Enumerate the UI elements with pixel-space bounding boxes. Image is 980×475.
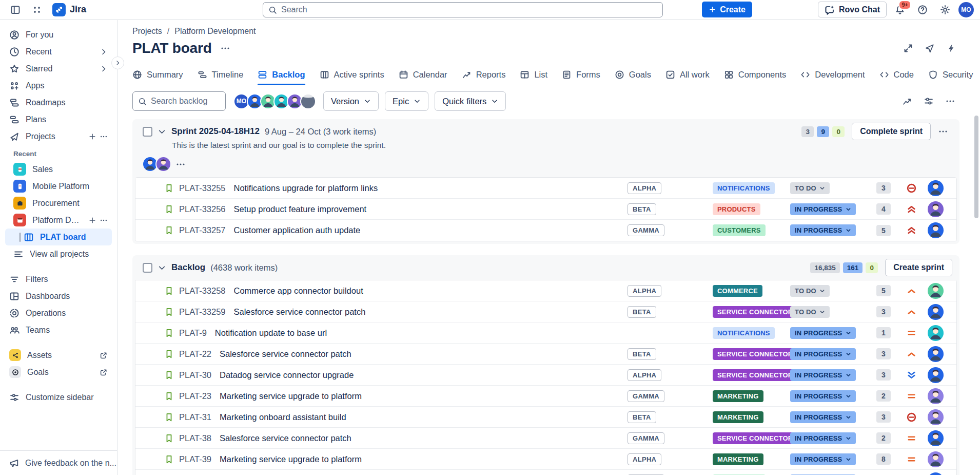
sidebar-project-sales[interactable]: Sales xyxy=(5,161,112,178)
assignee-avatar[interactable] xyxy=(928,430,944,446)
work-item-row[interactable]: PLAT-33257Customer application auth upda… xyxy=(135,220,956,241)
more-assignees-button[interactable] xyxy=(175,159,186,169)
share-button[interactable] xyxy=(922,41,938,56)
filter-dropdown-epic[interactable]: Epic xyxy=(385,91,428,111)
sprint-assignee-avatar[interactable] xyxy=(155,156,171,172)
work-item-row[interactable]: PLAT-39Marketing service upgrade to plat… xyxy=(135,449,956,470)
tab-calendar[interactable]: Calendar xyxy=(399,64,447,85)
create-sprint-button[interactable]: Create sprint xyxy=(885,259,952,276)
vertical-scrollbar[interactable] xyxy=(974,116,978,218)
toolbar-more-button[interactable] xyxy=(941,93,959,109)
sidebar-item-starred[interactable]: Starred xyxy=(5,60,112,77)
sidebar-item-for-you[interactable]: For you xyxy=(5,26,112,43)
status-dropdown[interactable]: IN PROGRESS xyxy=(790,411,856,423)
work-item-row[interactable]: PLAT-47Customer application auth updateG… xyxy=(135,470,956,475)
select-all-checkbox[interactable] xyxy=(143,263,152,273)
assignee-avatar[interactable] xyxy=(928,283,944,299)
work-item-title[interactable]: Notification update to base url xyxy=(215,328,628,338)
select-all-checkbox[interactable] xyxy=(143,127,152,137)
collapse-section-chevron[interactable] xyxy=(158,127,166,136)
user-avatar[interactable]: MO xyxy=(958,2,974,17)
tab-code[interactable]: Code xyxy=(879,64,914,85)
rovo-chat-button[interactable]: Rovo Chat xyxy=(818,2,887,17)
work-item-title[interactable]: Commerce app connector buildout xyxy=(234,286,628,296)
tab-forms[interactable]: Forms xyxy=(562,64,600,85)
sidebar-project-mobile[interactable]: Mobile Platform xyxy=(5,178,112,195)
sidebar-item-assets[interactable]: Assets xyxy=(5,347,112,364)
sidebar-item-roadmaps[interactable]: Roadmaps xyxy=(5,94,112,111)
global-search[interactable] xyxy=(263,2,663,17)
work-item-row[interactable]: PLAT-9Notification update to base urlNOT… xyxy=(135,322,956,344)
tab-summary[interactable]: Summary xyxy=(132,64,183,85)
filter-dropdown-quick-filters[interactable]: Quick filters xyxy=(435,91,506,111)
assignee-avatar[interactable] xyxy=(928,180,944,196)
automation-button[interactable] xyxy=(943,41,959,56)
work-item-title[interactable]: Notifications upgrade for platform links xyxy=(234,183,628,193)
add-project-icon[interactable] xyxy=(88,132,96,141)
status-dropdown[interactable]: TO DO xyxy=(790,306,830,318)
work-item-title[interactable]: Salesforce service connector patch xyxy=(220,349,628,359)
tab-components[interactable]: Components xyxy=(724,64,787,85)
sidebar-item-recent[interactable]: Recent xyxy=(5,43,112,60)
notifications-button[interactable]: 9+ xyxy=(891,2,909,18)
sidebar-item-dashboards[interactable]: Dashboards xyxy=(5,288,112,305)
assignee-avatar[interactable] xyxy=(928,325,944,341)
backlog-search[interactable] xyxy=(132,91,226,111)
more-menu-icon[interactable] xyxy=(100,216,108,224)
settings-button[interactable] xyxy=(936,2,954,18)
help-button[interactable] xyxy=(913,2,932,18)
status-dropdown[interactable]: IN PROGRESS xyxy=(790,327,856,339)
fullscreen-button[interactable] xyxy=(900,41,916,56)
sidebar-item-projects[interactable]: Projects xyxy=(5,128,112,145)
work-item-title[interactable]: Salesforce service connector patch xyxy=(220,433,628,443)
view-settings-button[interactable] xyxy=(919,93,938,109)
app-switcher-button[interactable] xyxy=(28,2,46,18)
tab-goals[interactable]: Goals xyxy=(615,64,651,85)
add-assignee-button[interactable] xyxy=(300,93,316,109)
status-dropdown[interactable]: IN PROGRESS xyxy=(790,203,856,215)
status-dropdown[interactable]: TO DO xyxy=(790,182,830,194)
sidebar-item-customize[interactable]: Customize sidebar xyxy=(5,389,112,406)
sidebar-item-plans[interactable]: Plans xyxy=(5,111,112,128)
work-item-row[interactable]: PLAT-33255Notifications upgrade for plat… xyxy=(135,178,956,199)
work-item-row[interactable]: PLAT-22Salesforce service connector patc… xyxy=(135,344,956,365)
backlog-search-input[interactable] xyxy=(151,97,220,106)
add-board-icon[interactable] xyxy=(88,216,96,224)
tab-active-sprints[interactable]: Active sprints xyxy=(320,64,384,85)
create-button[interactable]: Create xyxy=(702,2,752,17)
breadcrumb-projects[interactable]: Projects xyxy=(132,27,162,36)
sidebar-item-plat-board[interactable]: PLAT board xyxy=(5,229,112,245)
work-item-row[interactable]: PLAT-33258Commerce app connector buildou… xyxy=(135,280,956,301)
status-dropdown[interactable]: IN PROGRESS xyxy=(790,390,856,402)
tab-list[interactable]: List xyxy=(520,64,547,85)
sidebar-item-goals[interactable]: Goals xyxy=(5,364,112,381)
work-item-row[interactable]: PLAT-38Salesforce service connector patc… xyxy=(135,428,956,449)
status-dropdown[interactable]: TO DO xyxy=(790,285,830,297)
work-item-title[interactable]: Marketing onboard assistant build xyxy=(220,412,628,422)
tab-security[interactable]: Security xyxy=(928,64,973,85)
global-search-input[interactable] xyxy=(281,5,657,14)
tab-development[interactable]: Development xyxy=(800,64,865,85)
status-dropdown[interactable]: IN PROGRESS xyxy=(790,432,856,444)
board-more-menu-button[interactable] xyxy=(217,41,233,56)
assignee-avatar[interactable] xyxy=(928,409,944,425)
status-dropdown[interactable]: IN PROGRESS xyxy=(790,369,856,381)
breadcrumb-project-name[interactable]: Platform Development xyxy=(174,27,256,36)
work-item-title[interactable]: Marketing service upgrade to platform xyxy=(220,391,628,401)
complete-sprint-button[interactable]: Complete sprint xyxy=(852,123,931,140)
more-menu-icon[interactable] xyxy=(100,132,108,141)
assignee-avatar[interactable] xyxy=(928,367,944,383)
status-dropdown[interactable]: IN PROGRESS xyxy=(790,348,856,360)
sidebar-item-filters[interactable]: Filters xyxy=(5,271,112,288)
assignee-avatar[interactable] xyxy=(928,346,944,362)
insights-button[interactable] xyxy=(898,93,916,109)
work-item-title[interactable]: Customer application auth update xyxy=(234,225,628,235)
sidebar-item-operations[interactable]: Operations xyxy=(5,305,112,321)
status-dropdown[interactable]: IN PROGRESS xyxy=(790,224,856,236)
jira-home-link[interactable]: Jira xyxy=(52,3,86,16)
work-item-title[interactable]: Datadog service connector upgrade xyxy=(220,370,628,380)
assignee-avatar[interactable] xyxy=(928,451,944,467)
assignee-avatar[interactable] xyxy=(928,388,944,404)
work-item-row[interactable]: PLAT-33256Setup product feature improvem… xyxy=(135,199,956,220)
status-dropdown[interactable]: IN PROGRESS xyxy=(790,453,856,465)
